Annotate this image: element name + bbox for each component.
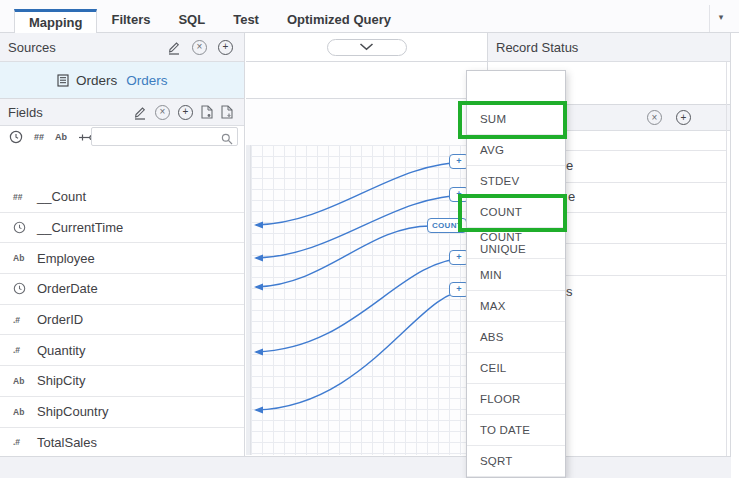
connection-arrowhead [254,221,263,228]
menu-item-sqrt[interactable]: SQRT [467,446,565,477]
field-row-totalsales[interactable]: .#TotalSales [0,428,244,459]
fields-header: Fields × + [0,99,244,126]
menu-item-to-date[interactable]: TO DATE [467,415,565,446]
field-row-employee[interactable]: AbEmployee [0,243,244,274]
connection-curve [256,258,468,352]
field-row-currenttime[interactable]: __CurrentTime [0,213,244,244]
fields-title: Fields [8,105,133,120]
mapping-canvas: + + COUNT + + [246,99,487,455]
field-row-shipcountry[interactable]: AbShipCountry [0,397,244,428]
field-name: __Count [37,189,86,204]
field-name: Quantity [37,343,85,358]
field-type-count-icon: ## [13,192,37,202]
sources-edit-icon[interactable] [167,40,181,55]
function-menu-items: SUMAVGSTDEVCOUNTCOUNT UNIQUEMINMAXABSCEI… [467,104,565,477]
tabbar-dropdown-caret[interactable]: ▾ [709,5,732,32]
target-add-icon[interactable]: + [676,110,691,125]
menu-item-count[interactable]: COUNT [467,197,565,228]
chevron-down-icon: ▾ [719,12,724,22]
field-name: ShipCity [37,373,85,388]
table-icon [57,74,69,87]
tab-bar-tabs: MappingFiltersSQLTestOptimized Query [14,0,405,32]
menu-item-abs[interactable]: ABS [467,322,565,353]
field-row-orderdate[interactable]: OrderDate [0,274,244,305]
filter-text-icon[interactable]: Ab [55,132,67,142]
menu-item-max[interactable]: MAX [467,291,565,322]
filter-number-icon[interactable]: ## [34,132,44,142]
record-status-title: Record Status [496,40,722,55]
connection-arrowhead [254,348,263,355]
search-icon [221,131,233,149]
source-orders-row[interactable]: Orders Orders [0,62,244,99]
target-row-fragment: e [568,189,575,204]
panel-inner-border [726,62,727,456]
fields-import-file-icon[interactable] [201,105,213,119]
mapping-toolbar [246,33,487,62]
target-remove-icon[interactable]: × [647,110,662,125]
field-row-quantity[interactable]: .#Quantity [0,335,244,366]
sources-header: Sources × + [0,33,244,62]
menu-item-count-unique[interactable]: COUNT UNIQUE [467,228,565,259]
menu-item-ceil[interactable]: CEIL [467,353,565,384]
field-row-count[interactable]: ##__Count [0,182,244,213]
fields-export-file-icon[interactable] [221,105,233,119]
left-panel: Sources × + Orders Orders Fields × + [0,33,245,478]
fields-add-icon[interactable]: + [178,105,193,120]
menu-item-sum[interactable]: SUM [467,104,565,135]
target-row-fragment: e [566,158,573,173]
sources-add-icon[interactable]: + [218,40,233,55]
source-name: Orders [76,73,117,88]
menu-item-min[interactable]: MIN [467,259,565,290]
menu-item-avg[interactable]: AVG [467,135,565,166]
function-menu: SUMAVGSTDEVCOUNTCOUNT UNIQUEMINMAXABSCEI… [466,70,566,478]
field-name: OrderDate [37,281,98,296]
field-type-number-icon: .# [13,345,37,355]
tab-bar: MappingFiltersSQLTestOptimized Query ▾ [0,0,739,33]
tab-test[interactable]: Test [219,9,273,32]
field-name: __CurrentTime [37,220,123,235]
sources-remove-icon[interactable]: × [192,40,207,55]
field-type-time-icon [13,221,37,234]
source-dataset-link[interactable]: Orders [126,73,167,88]
fields-search-box [91,127,238,146]
target-row-fragment: s [566,284,573,299]
field-type-number-icon: .# [13,315,37,325]
connection-arrowhead [254,254,263,261]
field-name: Employee [37,251,95,266]
tab-filters[interactable]: Filters [97,9,164,32]
field-type-text-icon: Ab [13,376,37,386]
record-status-header: Record Status [488,33,730,62]
filter-time-icon[interactable] [9,130,23,144]
function-badge-count[interactable]: COUNT [427,218,467,233]
function-menu-empty-item[interactable] [467,71,565,104]
connection-curve [256,290,468,410]
tab-mapping[interactable]: Mapping [14,9,97,33]
field-list: ##__Count__CurrentTimeAbEmployeeOrderDat… [0,182,244,478]
field-name: ShipCountry [37,404,109,419]
field-type-number-icon: .# [13,437,37,447]
connection-arrowhead [254,283,263,290]
field-type-filter-row: ## Ab [0,126,244,148]
fields-edit-icon[interactable] [133,105,147,120]
mapping-panel: + + COUNT + + [246,33,487,478]
field-row-orderid[interactable]: .#OrderID [0,305,244,336]
mapping-connections-svg [246,99,487,455]
mapping-header-box [246,62,487,99]
menu-item-floor[interactable]: FLOOR [467,384,565,415]
field-name: OrderID [37,312,83,327]
fields-search-input[interactable] [96,129,218,144]
tab-sql[interactable]: SQL [164,9,219,32]
field-type-text-icon: Ab [13,253,37,263]
sources-title: Sources [8,40,167,55]
field-row-shipcity[interactable]: AbShipCity [0,366,244,397]
menu-item-stdev[interactable]: STDEV [467,166,565,197]
chevron-down-icon [359,43,374,51]
field-name: TotalSales [37,435,97,450]
field-type-text-icon: Ab [13,407,37,417]
status-bar [0,456,731,478]
tab-optimized-query[interactable]: Optimized Query [273,9,405,32]
collapse-button[interactable] [327,39,407,56]
field-type-time-icon [13,282,37,295]
fields-remove-icon[interactable]: × [155,105,170,120]
connection-curve [256,162,468,225]
